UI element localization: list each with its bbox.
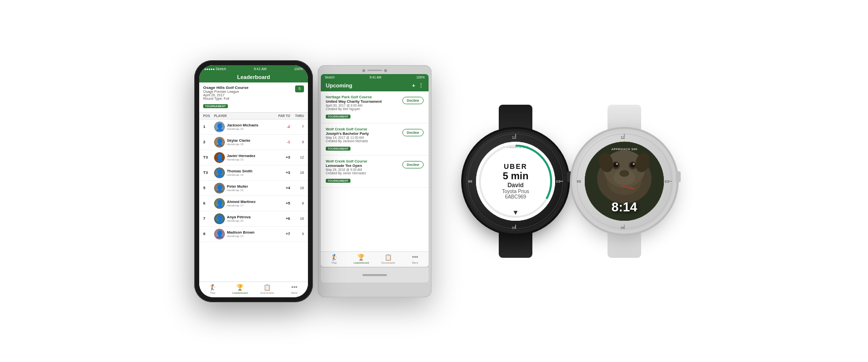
decline-button[interactable]: Decline (402, 161, 424, 168)
android-battery: 100% (416, 76, 425, 79)
list-item[interactable]: Wolf Creek Golf Course Lemonade Tee Open… (321, 156, 429, 188)
android-nav-more-label: More (412, 261, 418, 264)
player-score: -2 (273, 124, 290, 129)
svg-point-37 (607, 167, 642, 195)
android-time: 9:41 AM (370, 76, 382, 79)
course-name: Osage Hills Golf Course (203, 85, 249, 90)
player-name: Ahmed Martinez (227, 200, 256, 204)
watch-band-bottom-white (608, 231, 641, 258)
event-content: Heritage Park Golf Course United Way Cha… (326, 95, 398, 120)
nav-leaderboard-label: Leaderboard (232, 291, 248, 294)
col-thru: THRU (290, 114, 304, 118)
nav-leaderboard[interactable]: 🏆 Leaderboard (226, 284, 254, 294)
android-navigation-bar (321, 268, 429, 282)
player-thru: 12 (290, 155, 304, 160)
android-nav-play-label: Play (332, 261, 337, 264)
player-info: 👤 Anya PetrovaHandicap 20 (214, 213, 273, 224)
player-info: 👤 Ahmed MartinezHandicap 17 (214, 198, 273, 209)
watch-face-white: APPROACH S60 8:14 (585, 142, 664, 221)
nav-play-label: Play (210, 291, 216, 294)
event-badge: TOURNAMENT (326, 179, 350, 183)
nav-more[interactable]: ••• More (281, 284, 308, 294)
play-icon: 🏌 (209, 284, 217, 291)
player-score: -1 (273, 140, 290, 144)
player-pos: 1 (203, 124, 214, 129)
dog-watch-face: APPROACH S60 8:14 (585, 142, 664, 221)
android-nav-scorecards[interactable]: 📋 Scorecards (375, 254, 402, 264)
table-row[interactable]: T3 👤 Javier HernadezHandicap 15 +3 12 (199, 150, 308, 165)
nav-play[interactable]: 🏌 Play (199, 284, 226, 294)
table-row[interactable]: T3 👤 Thomas SmithHandicap 15 +3 18 (199, 165, 308, 181)
uber-app-name: UBER (502, 162, 529, 170)
table-row[interactable]: 6 👤 Ahmed MartinezHandicap 17 +5 8 (199, 196, 308, 211)
table-row[interactable]: 8 👤 Madison BrownHandicap 14 +7 9 (199, 227, 308, 242)
iphone-course-card[interactable]: Osage Hills Golf Course Osage Premier Le… (199, 82, 308, 113)
watch-band-bottom-black (499, 231, 532, 258)
decline-button[interactable]: Decline (402, 97, 424, 104)
list-item[interactable]: Heritage Park Golf Course United Way Cha… (321, 91, 429, 123)
player-pos: 2 (203, 140, 214, 144)
uber-eta-time: 5 min (502, 170, 529, 182)
player-thru: 18 (290, 216, 304, 221)
col-par: PAR TO (273, 114, 290, 118)
player-name: Thomas Smith (227, 169, 253, 173)
add-icon[interactable]: + (412, 82, 415, 89)
table-row[interactable]: 1 👤 Jackson MichaelsHandicap 15 -2 7 (199, 120, 308, 135)
player-name: Peter Muller (227, 184, 248, 189)
approach-label-white: APPROACH S60 (611, 148, 638, 151)
scorecards-icon: 📋 (263, 284, 271, 291)
watch-band-top-white (608, 105, 641, 132)
watch-face-black: APPROACH S60 UBER 5 min David To (476, 142, 555, 221)
header-icons: + ⋮ (412, 82, 424, 89)
sensor (384, 69, 387, 72)
android-events-list: Heritage Park Golf Course United Way Cha… (321, 91, 429, 251)
event-badge: TOURNAMENT (326, 115, 350, 119)
android-top-bar (321, 69, 429, 72)
menu-icon[interactable]: ⋮ (418, 82, 424, 89)
iphone-status-bar: ●●●●● Sketch 9:41 AM 100% (199, 65, 308, 72)
leaderboard-rows: 1 👤 Jackson MichaelsHandicap 15 -2 7 2 👤… (199, 120, 308, 282)
android-nav-leaderboard[interactable]: 🏆 Leaderboard (348, 254, 375, 264)
event-creator: Created By Jackson Michaels (326, 139, 398, 143)
android-home-indicator (362, 274, 387, 276)
player-pos: 5 (203, 186, 214, 190)
table-row[interactable]: 7 👤 Anya PetrovaHandicap 20 +6 18 (199, 211, 308, 227)
android-scorecards-icon: 📋 (385, 254, 392, 261)
event-course: Wolf Creek Golf Course (326, 159, 398, 163)
android-nav-play[interactable]: 🏌 Play (321, 254, 348, 264)
event-content: Wolf Creek Golf Course Lemonade Tee Open… (326, 159, 398, 184)
event-creator: Created By Wei Nguyen (326, 107, 398, 111)
course-date: April 29, 2017 (203, 93, 249, 97)
android-title: Upcoming (326, 82, 352, 88)
event-creator: Created By Javier Hernadez (326, 171, 398, 175)
player-score: +3 (273, 155, 290, 160)
android-device: Sketch 9:41 AM 100% Upcoming + ⋮ Heritag… (318, 65, 432, 297)
player-info: 👤 Skylar ClarkeHandicap 18 (214, 137, 273, 148)
table-row[interactable]: 5 👤 Peter MullerHandicap 16 +4 18 (199, 181, 308, 196)
decline-button[interactable]: Decline (402, 129, 424, 136)
watch-body-black: 12 03 06 09 APPROACH S60 (466, 132, 565, 231)
event-course: Wolf Creek Golf Course (326, 127, 398, 131)
chat-icon[interactable]: 5 (295, 85, 304, 92)
iphone-device: ●●●●● Sketch 9:41 AM 100% Leaderboard Os… (194, 60, 313, 302)
time-label: 9:41 AM (254, 67, 266, 71)
uber-car-model: Toyota Prius (502, 189, 529, 194)
player-name: Javier Hernadez (227, 154, 256, 158)
more-icon: ••• (291, 284, 298, 291)
android-screen: Sketch 9:41 AM 100% Upcoming + ⋮ Heritag… (321, 74, 429, 267)
player-thru: 8 (290, 201, 304, 205)
nav-scorecards[interactable]: 📋 Scorecards (254, 284, 281, 294)
player-score: +6 (273, 216, 290, 221)
player-info: 👤 Javier HernadezHandicap 15 (214, 152, 273, 163)
list-item[interactable]: Wolf Creek Golf Course Joseph's Bachelor… (321, 123, 429, 156)
uber-plate-number: 6ABC969 (502, 194, 529, 200)
table-row[interactable]: 2 👤 Skylar ClarkeHandicap 18 -1 9 (199, 135, 308, 150)
android-bottom-nav: 🏌 Play 🏆 Leaderboard 📋 Scorecards ••• Mo… (321, 251, 429, 267)
android-nav-more[interactable]: ••• More (402, 254, 429, 264)
player-name: Madison Brown (227, 230, 255, 235)
player-thru: 9 (290, 232, 304, 236)
player-info: 👤 Thomas SmithHandicap 15 (214, 167, 273, 178)
event-name: Lemonade Tee Open (326, 163, 398, 168)
player-pos: 8 (203, 232, 214, 236)
android-leaderboard-icon: 🏆 (357, 254, 365, 261)
